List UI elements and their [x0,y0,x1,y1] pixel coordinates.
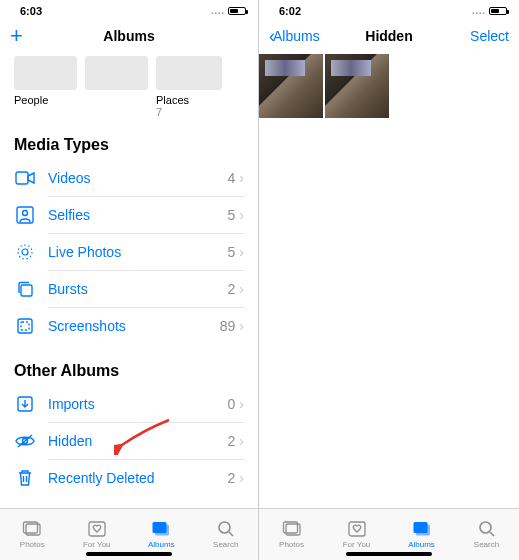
screen-albums-list: 6:03 .... + Albums People Places [0,0,259,560]
album-thumbnail [156,56,222,90]
trash-icon [14,467,36,489]
status-bar: 6:03 .... [0,0,258,18]
chevron-right-icon: › [239,170,244,186]
search-tab-icon [476,520,498,538]
chevron-right-icon: › [239,470,244,486]
tab-photos[interactable]: Photos [259,509,324,560]
row-label: Screenshots [48,318,220,334]
tab-label: For You [343,540,371,549]
tab-search[interactable]: Search [454,509,519,560]
row-label: Bursts [48,281,228,297]
row-bursts[interactable]: Bursts 2 › [14,271,244,307]
nav-bar: ‹ Albums Hidden Select [259,18,519,54]
livephotos-icon [14,241,36,263]
row-count: 0 [228,396,236,412]
svg-point-16 [219,522,230,533]
status-right: .... [472,6,507,16]
album-places[interactable]: Places 7 [156,56,222,118]
album-count: 7 [156,106,222,118]
row-videos[interactable]: Videos 4 › [14,160,244,196]
tab-photos[interactable]: Photos [0,509,65,560]
row-count: 2 [228,470,236,486]
row-label: Hidden [48,433,228,449]
svg-rect-15 [153,522,167,533]
svg-rect-6 [18,319,32,333]
album-label: People [14,94,148,106]
svg-rect-22 [413,522,427,533]
chevron-right-icon: › [239,281,244,297]
row-recently-deleted[interactable]: Recently Deleted 2 › [14,460,244,496]
row-count: 4 [228,170,236,186]
battery-icon [228,7,246,15]
svg-line-24 [490,532,494,536]
signal-dots: .... [211,6,225,16]
tab-label: Photos [279,540,304,549]
chevron-right-icon: › [239,433,244,449]
chevron-right-icon: › [239,207,244,223]
nav-back-button[interactable]: ‹ Albums [269,26,331,47]
tab-label: Photos [20,540,45,549]
svg-line-17 [229,532,233,536]
svg-rect-0 [16,172,28,184]
album-people[interactable]: People [14,56,148,118]
tab-search[interactable]: Search [194,509,259,560]
svg-rect-7 [21,322,29,330]
chevron-right-icon: › [239,318,244,334]
status-right: .... [211,6,246,16]
row-count: 89 [220,318,236,334]
albums-tab-icon [150,520,172,538]
svg-point-4 [18,245,32,259]
screen-hidden-album: 6:02 .... ‹ Albums Hidden Select [259,0,519,560]
nav-select-button[interactable]: Select [447,28,509,44]
scroll-body[interactable]: People Places 7 Media Types Videos 4 › [0,54,258,508]
row-label: Live Photos [48,244,228,260]
screenshots-icon [14,315,36,337]
chevron-right-icon: › [239,244,244,260]
signal-dots: .... [472,6,486,16]
plus-icon: + [10,23,23,49]
svg-rect-5 [21,285,32,296]
album-thumbnail [14,56,148,90]
row-selfies[interactable]: Selfies 5 › [14,197,244,233]
status-bar: 6:02 .... [259,0,519,18]
tab-label: Search [474,540,499,549]
row-screenshots[interactable]: Screenshots 89 › [14,308,244,344]
section-header-media-types: Media Types [14,136,244,154]
hidden-icon [14,430,36,452]
section-header-other-albums: Other Albums [14,362,244,380]
photos-tab-icon [21,520,43,538]
svg-point-2 [23,211,28,216]
nav-back-label: Albums [273,28,320,44]
svg-rect-20 [349,522,365,536]
album-label: Places [156,94,222,106]
videos-icon [14,167,36,189]
home-indicator[interactable] [86,552,172,556]
row-live-photos[interactable]: Live Photos 5 › [14,234,244,270]
row-hidden[interactable]: Hidden 2 › [14,423,244,459]
status-time: 6:02 [279,5,301,17]
nav-bar: + Albums [0,18,258,54]
top-albums-row: People Places 7 [14,56,244,118]
svg-rect-13 [89,522,105,536]
photo-thumbnail[interactable] [259,54,323,118]
chevron-right-icon: › [239,396,244,412]
row-label: Selfies [48,207,228,223]
battery-icon [489,7,507,15]
nav-title: Albums [103,28,154,44]
svg-point-23 [480,522,491,533]
row-imports[interactable]: Imports 0 › [14,386,244,422]
row-label: Videos [48,170,228,186]
nav-add-button[interactable]: + [10,23,72,49]
row-count: 2 [228,281,236,297]
row-count: 5 [228,207,236,223]
status-time: 6:03 [20,5,42,17]
foryou-tab-icon [86,520,108,538]
photo-thumbnail[interactable] [325,54,389,118]
search-tab-icon [215,520,237,538]
selfies-icon [14,204,36,226]
bursts-icon [14,278,36,300]
photo-grid-body[interactable] [259,54,519,508]
home-indicator[interactable] [346,552,432,556]
tab-label: Albums [408,540,435,549]
row-count: 2 [228,433,236,449]
